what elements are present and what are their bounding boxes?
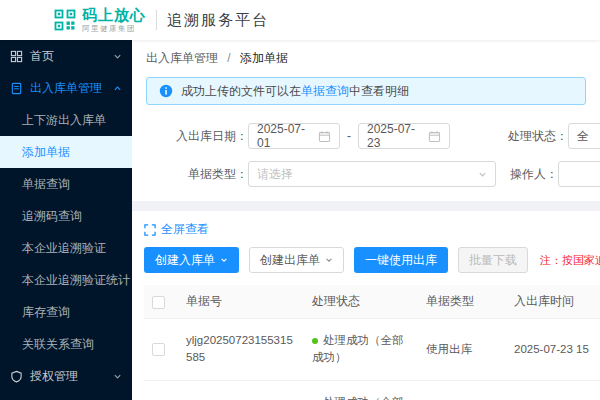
sidebar-item-label: 授权管理 bbox=[30, 368, 78, 385]
sidebar-item-label: 首页 bbox=[30, 48, 54, 65]
one-click-use-outbound-label: 一键使用出库 bbox=[365, 252, 437, 269]
date-from-value: 2025-07-01 bbox=[257, 122, 318, 150]
header-divider bbox=[156, 10, 157, 30]
sidebar-item-enterprise-trace-verify-stats[interactable]: 本企业追溯验证统计 bbox=[0, 264, 132, 296]
sidebar-item-label: 单据查询 bbox=[22, 176, 70, 193]
chevron-down-icon bbox=[478, 170, 487, 179]
date-from-input[interactable]: 2025-07-01 bbox=[248, 123, 340, 149]
row-checkbox[interactable] bbox=[152, 343, 165, 356]
sidebar-item-doc-management[interactable]: 出入库单管理 bbox=[0, 72, 132, 104]
operator-input[interactable] bbox=[558, 161, 600, 187]
create-outbound-label: 创建出库单 bbox=[260, 252, 320, 269]
qr-code-icon bbox=[54, 9, 76, 31]
alert-text: 成功上传的文件可以在单据查询中查看明细 bbox=[181, 83, 409, 100]
date-range-separator: - bbox=[347, 129, 351, 143]
orders-table: 单据号 处理状态 单据类型 入出库时间 yljg2025072315531558… bbox=[144, 285, 600, 400]
order-query-link[interactable]: 单据查询 bbox=[301, 84, 349, 98]
filter-row-1: 入出库日期： 2025-07-01 - 2025-07-23 bbox=[146, 117, 600, 155]
sidebar-item-label: 本企业追溯验证 bbox=[22, 240, 106, 257]
doc-no-cell: 20250722094930714 bbox=[178, 380, 304, 400]
sidebar-item-home[interactable]: 首页 bbox=[0, 40, 132, 72]
sidebar-item-add-order[interactable]: 添加单据 bbox=[0, 136, 132, 168]
type-cell: 使用出库 bbox=[418, 380, 506, 400]
sidebar-item-inventory-query[interactable]: 库存查询 bbox=[0, 296, 132, 328]
column-header-doc-no: 单据号 bbox=[178, 285, 304, 319]
sidebar-item-label: 上下游出入库单 bbox=[22, 112, 106, 129]
chevron-down-icon bbox=[220, 256, 228, 264]
select-all-checkbox[interactable] bbox=[152, 296, 165, 309]
top-header: 码上放心 阿里健康集团 追溯服务平台 bbox=[0, 0, 600, 40]
date-range-label: 入出库日期： bbox=[146, 128, 248, 145]
status-select[interactable]: 全 bbox=[568, 123, 600, 149]
brand-subtitle: 阿里健康集团 bbox=[82, 25, 146, 33]
sidebar-item-label: 库存查询 bbox=[22, 304, 70, 321]
status-select-value: 全 bbox=[577, 128, 589, 145]
brand-logo: 码上放心 阿里健康集团 bbox=[54, 7, 146, 33]
batch-download-button[interactable]: 批量下载 bbox=[458, 247, 528, 273]
table-row: yljg20250723155315585 处理成功（全部成功） 使用出库 20… bbox=[144, 319, 600, 381]
standard-note-text: 注：按国家追溯标准数据集要求 bbox=[540, 253, 600, 268]
type-cell: 使用出库 bbox=[418, 319, 506, 381]
shield-icon bbox=[10, 370, 23, 383]
type-select[interactable]: 请选择 bbox=[248, 161, 496, 187]
create-inbound-label: 创建入库单 bbox=[155, 252, 215, 269]
table-row: 20250722094930714 处理成功（全部成功） 使用出库 2025-0… bbox=[144, 380, 600, 400]
batch-download-label: 批量下载 bbox=[469, 252, 517, 269]
fullscreen-label: 全屏查看 bbox=[161, 221, 209, 238]
sidebar-item-enterprise-trace-verify[interactable]: 本企业追溯验证 bbox=[0, 232, 132, 264]
table-card: 全屏查看 创建入库单 创建出库单 一键使用出库 批量下载 注：按国家追溯标 bbox=[132, 211, 600, 400]
type-select-placeholder: 请选择 bbox=[257, 166, 293, 183]
time-cell: 2025-07-23 15 bbox=[506, 319, 600, 381]
app-title: 追溯服务平台 bbox=[167, 11, 269, 30]
table-header-row: 单据号 处理状态 单据类型 入出库时间 bbox=[144, 285, 600, 319]
one-click-use-outbound-button[interactable]: 一键使用出库 bbox=[354, 247, 448, 273]
create-outbound-button[interactable]: 创建出库单 bbox=[249, 247, 344, 273]
info-alert: 成功上传的文件可以在单据查询中查看明细 bbox=[146, 77, 586, 105]
calendar-icon bbox=[428, 130, 441, 143]
sidebar-item-label: 出入库单管理 bbox=[30, 80, 102, 97]
chevron-down-icon bbox=[113, 372, 122, 381]
info-icon bbox=[159, 84, 173, 98]
sidebar-item-label: 添加单据 bbox=[22, 144, 70, 161]
breadcrumb: 出入库单管理 / 添加单据 bbox=[146, 50, 600, 67]
time-cell: 2025-07-22 09 bbox=[506, 380, 600, 400]
success-status-dot bbox=[312, 338, 318, 344]
status-text: 处理成功（全部成功） bbox=[312, 396, 404, 400]
status-filter-label: 处理状态： bbox=[508, 128, 568, 145]
main-content: 出入库单管理 / 添加单据 成功上传的文件可以在单据查询中查看明细 入出库日期：… bbox=[132, 40, 600, 400]
brand-text-block: 码上放心 阿里健康集团 bbox=[82, 7, 146, 33]
sidebar-item-updown-orders[interactable]: 上下游出入库单 bbox=[0, 104, 132, 136]
filter-card: 出入库单管理 / 添加单据 成功上传的文件可以在单据查询中查看明细 入出库日期：… bbox=[132, 40, 600, 201]
fullscreen-toggle[interactable]: 全屏查看 bbox=[144, 221, 209, 238]
alert-text-before: 成功上传的文件可以在 bbox=[181, 84, 301, 98]
sidebar-item-label: 本企业追溯验证统计 bbox=[22, 272, 130, 289]
date-to-input[interactable]: 2025-07-23 bbox=[358, 123, 450, 149]
calendar-icon bbox=[318, 130, 331, 143]
breadcrumb-separator: / bbox=[227, 51, 230, 65]
chevron-up-icon bbox=[113, 84, 122, 93]
date-to-value: 2025-07-23 bbox=[367, 122, 428, 150]
filter-row-2: 单据类型： 请选择 操作人： bbox=[146, 155, 600, 193]
create-inbound-button[interactable]: 创建入库单 bbox=[144, 247, 239, 273]
type-filter-label: 单据类型： bbox=[146, 166, 248, 183]
breadcrumb-current: 添加单据 bbox=[240, 51, 288, 65]
column-header-status: 处理状态 bbox=[304, 285, 418, 319]
alert-text-after: 中查看明细 bbox=[349, 84, 409, 98]
status-cell: 处理成功（全部成功） bbox=[304, 380, 418, 400]
chevron-down-icon bbox=[325, 256, 333, 264]
operator-filter-label: 操作人： bbox=[510, 166, 558, 183]
doc-no-cell: yljg20250723155315585 bbox=[178, 319, 304, 381]
status-cell: 处理成功（全部成功） bbox=[304, 319, 418, 381]
sidebar-item-label: 关联关系查询 bbox=[22, 336, 94, 353]
table-toolbar: 创建入库单 创建出库单 一键使用出库 批量下载 注：按国家追溯标准数据集要求 bbox=[144, 247, 600, 273]
chevron-down-icon bbox=[113, 52, 122, 61]
brand-name: 码上放心 bbox=[82, 7, 146, 24]
sidebar-item-trace-code-query[interactable]: 追溯码查询 bbox=[0, 200, 132, 232]
sidebar-item-auth-management[interactable]: 授权管理 bbox=[0, 360, 132, 392]
document-icon bbox=[10, 82, 23, 95]
sidebar-item-order-query[interactable]: 单据查询 bbox=[0, 168, 132, 200]
column-header-time: 入出库时间 bbox=[506, 285, 600, 319]
column-header-type: 单据类型 bbox=[418, 285, 506, 319]
sidebar-item-relation-query[interactable]: 关联关系查询 bbox=[0, 328, 132, 360]
breadcrumb-parent[interactable]: 出入库单管理 bbox=[146, 51, 218, 65]
